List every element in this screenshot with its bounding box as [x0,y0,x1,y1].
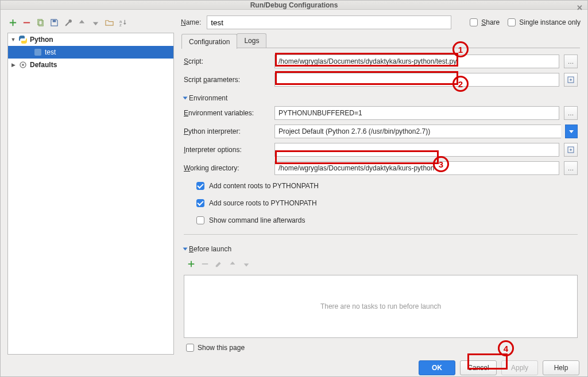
interpreter-dropdown-button[interactable] [565,125,578,138]
divider [184,234,578,235]
tree-label-python: Python [30,36,53,44]
before-launch-empty: There are no tasks to run before launch [184,275,578,338]
tree-node-python[interactable]: ▼ Python [8,33,173,46]
expand-params-button[interactable] [564,73,578,87]
tree-node-test[interactable]: test [8,46,173,59]
label-interpreter: Python interpreter: [184,127,270,135]
title-bar: Run/Debug Configurations ✕ [1,1,587,10]
label-show-cmd: Show command line afterwards [209,216,305,224]
empty-text: There are no tasks to run before launch [320,302,441,310]
expand-interp-button[interactable] [564,143,578,157]
svg-text:z: z [119,22,121,27]
tab-body: Script: /home/wgryglas/Documents/dydakty… [181,48,580,354]
label-script: Script: [184,57,270,65]
before-launch-label: Before launch [189,245,231,253]
input-script-params[interactable] [274,73,559,87]
name-input[interactable] [207,15,451,29]
browse-workdir-button[interactable]: … [564,161,578,175]
edit-defaults-icon[interactable] [63,17,73,28]
run-config-icon [33,48,42,57]
name-block: Name: [181,15,451,29]
add-config-icon[interactable] [7,17,18,28]
input-working-dir[interactable]: /home/wgryglas/Documents/dydaktyka/kurs-… [274,161,559,175]
row-working-dir: Working directory: /home/wgryglas/Docume… [184,161,578,176]
row-script: Script: /home/wgryglas/Documents/dydakty… [184,54,578,69]
label-env-vars: Environment variables: [184,109,270,117]
tab-bar: Configuration Logs [181,33,580,48]
svg-rect-0 [23,22,29,23]
remove-config-icon[interactable] [21,17,32,28]
add-task-icon[interactable] [186,259,196,269]
svg-rect-11 [202,264,208,265]
gear-icon [18,60,28,69]
apply-button: Apply [501,360,538,375]
disclosure-icon [183,248,188,251]
group-before-launch[interactable]: Before launch [184,245,578,253]
chk-content-roots[interactable]: Add content roots to PYTHONPATH [196,179,578,193]
right-panel: Configuration Logs Script: /home/wgrygla… [181,33,581,355]
cancel-button[interactable]: Cancel [460,360,497,375]
share-label: Share [481,18,500,26]
main-row: ▼ Python test ▶ Defaults Configurati [7,33,581,355]
python-icon [18,35,28,44]
svg-point-8 [22,64,24,66]
help-button[interactable]: Help [543,360,579,375]
svg-rect-3 [52,20,56,22]
remove-task-icon[interactable] [200,259,210,269]
checkbox-icon [196,216,204,224]
row-interp-options: Interpreter options: [184,142,578,157]
tree-label-test: test [45,48,56,56]
dialog-body: az Name: Share Single instance only [1,10,587,359]
name-label: Name: [181,18,201,26]
single-instance-label: Single instance only [519,18,581,26]
checkbox-icon [196,199,204,207]
disclosure-icon [183,97,188,100]
task-down-icon[interactable] [241,259,252,269]
move-down-icon[interactable] [90,17,100,28]
before-launch-toolbar [186,259,578,269]
browse-env-button[interactable]: … [564,106,578,120]
chk-show-cmd[interactable]: Show command line afterwards [196,213,578,227]
env-header-label: Environment [189,94,227,102]
ok-button[interactable]: OK [419,360,455,375]
label-content-roots: Add content roots to PYTHONPATH [209,182,319,190]
input-interp-options[interactable] [274,143,559,157]
label-working-dir: Working directory: [184,164,270,172]
checkbox-icon [196,182,204,190]
tab-logs[interactable]: Logs [237,33,266,48]
row-interpreter: Python interpreter: Project Default (Pyt… [184,124,578,139]
share-block: Share Single instance only [470,18,581,26]
row-script-params: Script parameters: [184,72,578,87]
task-up-icon[interactable] [227,259,238,269]
config-toolbar: az [7,15,174,29]
window-title: Run/Debug Configurations [250,1,338,9]
close-icon[interactable]: ✕ [577,3,583,12]
folder-icon[interactable] [104,17,114,28]
label-source-roots: Add source roots to PYTHONPATH [209,199,317,207]
dialog-window: Run/Debug Configurations ✕ [0,0,588,377]
config-tree[interactable]: ▼ Python test ▶ Defaults [7,33,174,355]
copy-config-icon[interactable] [35,17,45,28]
tree-label-defaults: Defaults [30,61,57,69]
single-instance-checkbox[interactable]: Single instance only [508,18,581,26]
select-interpreter[interactable]: Project Default (Python 2.7.6 (/usr/bin/… [274,125,561,138]
svg-rect-6 [34,49,41,56]
browse-script-button[interactable]: … [564,55,578,68]
tab-configuration[interactable]: Configuration [181,34,237,49]
label-interp-options: Interpreter options: [184,146,270,154]
row-env-vars: Environment variables: PYTHONUNBUFFERED=… [184,106,578,121]
show-this-page-row[interactable]: Show this page [186,344,578,352]
group-environment[interactable]: Environment [184,94,578,102]
save-config-icon[interactable] [49,17,59,28]
chk-source-roots[interactable]: Add source roots to PYTHONPATH [196,196,578,210]
share-checkbox[interactable]: Share [470,18,500,26]
edit-task-icon[interactable] [214,259,224,269]
label-show-this-page: Show this page [198,344,245,352]
checkbox-icon [186,344,194,352]
input-env-vars[interactable]: PYTHONUNBUFFERED=1 [274,106,559,120]
input-script[interactable]: /home/wgryglas/Documents/dydaktyka/kurs-… [274,55,559,68]
label-script-params: Script parameters: [184,76,270,84]
tree-node-defaults[interactable]: ▶ Defaults [8,59,173,71]
move-up-icon[interactable] [76,17,87,28]
sort-alpha-icon[interactable]: az [118,17,128,28]
